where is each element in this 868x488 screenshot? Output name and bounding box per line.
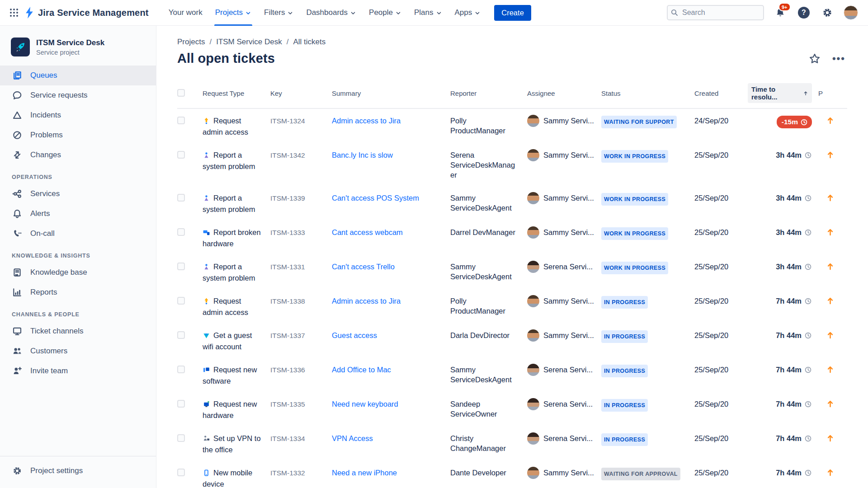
sidebar-item-problems[interactable]: Problems [0, 125, 156, 145]
column-header-key[interactable]: Key [270, 89, 332, 97]
table-row[interactable]: Report broken hardware ITSM-1333 Cant ac… [177, 221, 847, 255]
mobile-request-type-icon [203, 469, 210, 479]
breadcrumb-queue[interactable]: All tickets [293, 38, 326, 47]
breadcrumb-project[interactable]: ITSM Service Desk [216, 38, 282, 47]
topnav-item-dashboards[interactable]: Dashboards [300, 0, 363, 26]
time-to-resolution: 3h 44m [751, 227, 818, 237]
sidebar-item-incidents[interactable]: Incidents [0, 105, 156, 125]
column-header-reporter[interactable]: Reporter [450, 89, 527, 97]
row-checkbox[interactable] [177, 434, 185, 442]
topnav-item-label: Plans [414, 8, 434, 17]
sidebar-footer: Project settings [0, 456, 156, 488]
table-row[interactable]: Request admin access ITSM-1324 Admin acc… [177, 109, 847, 143]
status-badge: IN PROGRESS [601, 433, 648, 446]
sidebar-item-invite-team[interactable]: Invite team [0, 361, 156, 381]
table-row[interactable]: Report a system problem ITSM-1331 Can't … [177, 255, 847, 289]
topnav-item-label: People [369, 8, 393, 17]
summary-link[interactable]: Need a new iPhone [332, 469, 397, 477]
sidebar-item-customers[interactable]: Customers [0, 341, 156, 361]
search-input[interactable] [667, 5, 764, 20]
row-checkbox[interactable] [177, 469, 185, 476]
user-avatar[interactable] [844, 5, 858, 20]
select-all-checkbox[interactable] [177, 89, 185, 97]
bell-icon [12, 209, 23, 219]
sidebar-item-alerts[interactable]: Alerts [0, 204, 156, 224]
table-row[interactable]: Get a guest wifi account ITSM-1337 Guest… [177, 324, 847, 358]
app-switcher-icon[interactable] [8, 7, 20, 19]
sidebar-item-services[interactable]: Services [0, 184, 156, 204]
table-row[interactable]: Report a system problem ITSM-1339 Can't … [177, 186, 847, 221]
breadcrumb-separator: / [287, 38, 289, 47]
summary-link[interactable]: Admin access to Jira [332, 117, 401, 125]
monitor-icon [12, 326, 23, 336]
column-header-created[interactable]: Created [694, 89, 751, 97]
summary-link[interactable]: Banc.ly Inc is slow [332, 151, 393, 159]
table-row[interactable]: Request new hardware ITSM-1335 Need new … [177, 392, 847, 427]
summary-link[interactable]: Guest access [332, 331, 377, 339]
sidebar-item-reports[interactable]: Reports [0, 282, 156, 302]
breadcrumb-projects[interactable]: Projects [177, 38, 205, 47]
assignee-avatar [527, 467, 539, 479]
row-checkbox[interactable] [177, 366, 185, 373]
sidebar-item-knowledge-base[interactable]: Knowledge base [0, 263, 156, 282]
more-actions-icon[interactable]: ••• [832, 56, 845, 61]
sorted-column-pill[interactable]: Time to resolu... [748, 83, 812, 103]
table-row[interactable]: Request admin access ITSM-1338 Admin acc… [177, 289, 847, 324]
table-row[interactable]: Request new software ITSM-1336 Add Offic… [177, 358, 847, 392]
notifications-button[interactable]: 9+ [773, 5, 788, 20]
column-header-p[interactable]: P [818, 89, 842, 97]
sidebar-item-queues[interactable]: Queues [0, 66, 156, 85]
row-checkbox[interactable] [177, 151, 185, 159]
create-button[interactable]: Create [494, 5, 531, 21]
assignee-name: Sammy Servi... [543, 330, 594, 340]
sidebar-item-project-settings[interactable]: Project settings [0, 461, 156, 481]
star-icon[interactable] [809, 53, 821, 65]
issue-key: ITSM-1333 [270, 227, 332, 238]
row-checkbox[interactable] [177, 400, 185, 408]
sidebar-item-changes[interactable]: Changes [0, 145, 156, 165]
help-button[interactable]: ? [797, 5, 811, 20]
row-checkbox[interactable] [177, 194, 185, 202]
topnav-item-plans[interactable]: Plans [408, 0, 448, 26]
summary-link[interactable]: Can't access Trello [332, 263, 395, 271]
settings-button[interactable] [820, 5, 835, 20]
chevron-down-icon [287, 10, 293, 16]
row-checkbox[interactable] [177, 331, 185, 339]
assignee-avatar [527, 149, 539, 161]
breadcrumb-separator: / [209, 38, 212, 47]
summary-link[interactable]: Cant access webcam [332, 228, 403, 236]
sidebar-item-on-call[interactable]: On-call [0, 224, 156, 244]
project-header[interactable]: ITSM Service Desk Service project [0, 28, 156, 66]
topnav-item-apps[interactable]: Apps [448, 0, 487, 26]
row-checkbox[interactable] [177, 117, 185, 124]
row-checkbox[interactable] [177, 263, 185, 270]
product-logo[interactable]: Jira Service Management [24, 7, 149, 19]
reporter-name: Sammy ServiceDeskAgent [450, 193, 527, 213]
time-to-resolution: 7h 44m [751, 296, 818, 306]
column-header-request-type[interactable]: Request Type [203, 89, 270, 97]
row-checkbox[interactable] [177, 228, 185, 236]
assignee-avatar [527, 261, 539, 273]
reporter-name: Sandeep ServiceOwner [450, 399, 527, 419]
table-row[interactable]: Report a system problem ITSM-1342 Banc.l… [177, 143, 847, 186]
summary-link[interactable]: Admin access to Jira [332, 297, 401, 305]
table-row[interactable]: New mobile device ITSM-1332 Need a new i… [177, 461, 847, 488]
sidebar-item-service-requests[interactable]: Service requests [0, 85, 156, 105]
column-header-summary[interactable]: Summary [332, 89, 450, 97]
queues-icon [12, 70, 23, 80]
summary-link[interactable]: Can't access POS System [332, 194, 419, 202]
row-checkbox[interactable] [177, 297, 185, 305]
column-header-time-to-resolu[interactable]: Time to resolu... [751, 83, 818, 103]
column-header-assignee[interactable]: Assignee [527, 89, 601, 97]
topnav-item-your-work[interactable]: Your work [162, 0, 209, 26]
topnav-item-people[interactable]: People [363, 0, 408, 26]
column-header-status[interactable]: Status [601, 89, 694, 97]
sidebar-item-ticket-channels[interactable]: Ticket channels [0, 321, 156, 341]
topnav-item-projects[interactable]: Projects [209, 0, 258, 26]
phone-icon [12, 229, 23, 239]
summary-link[interactable]: Need new keyboard [332, 400, 398, 408]
summary-link[interactable]: VPN Access [332, 434, 373, 442]
topnav-item-filters[interactable]: Filters [258, 0, 300, 26]
table-row[interactable]: Set up VPN to the office ITSM-1334 VPN A… [177, 427, 847, 461]
summary-link[interactable]: Add Office to Mac [332, 366, 391, 374]
